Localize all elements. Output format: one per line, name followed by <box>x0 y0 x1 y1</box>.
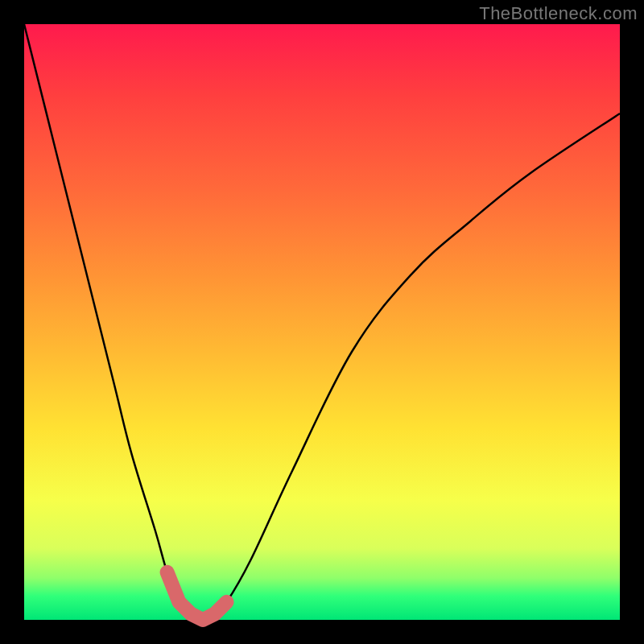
watermark-text: TheBottleneck.com <box>479 3 638 24</box>
chart-frame: TheBottleneck.com <box>0 0 644 644</box>
plot-area <box>24 24 620 620</box>
bottom-highlight <box>167 572 227 620</box>
main-curve <box>24 24 620 620</box>
curve-layer <box>24 24 620 620</box>
